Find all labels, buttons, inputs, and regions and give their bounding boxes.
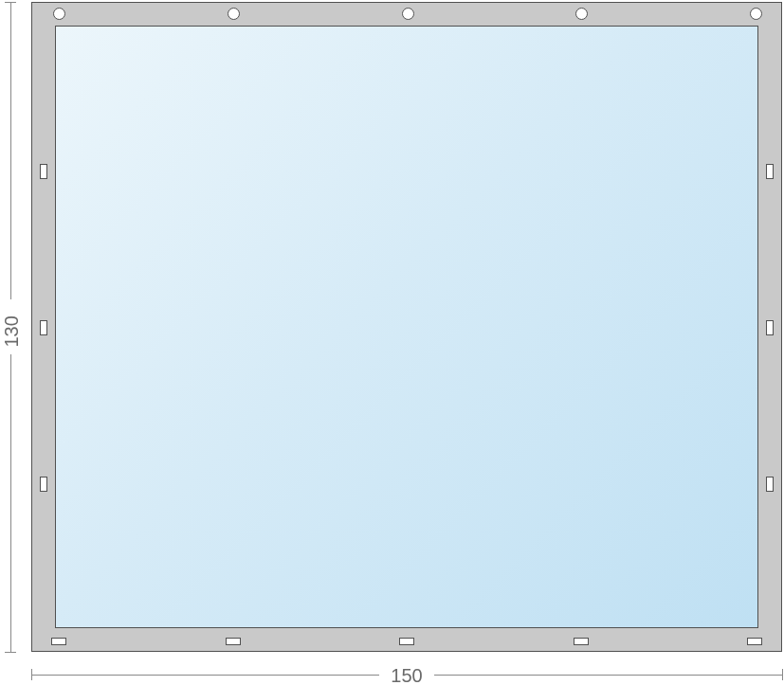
dim-height-tick-bottom (5, 652, 16, 653)
slot-right-2 (766, 320, 774, 335)
grommet-top-3 (402, 8, 414, 20)
tarp-frame (31, 2, 782, 652)
dim-width-line-right (434, 675, 782, 676)
slot-bottom-2 (226, 638, 241, 645)
dim-height-label: 130 (1, 310, 23, 348)
diagram-stage: 150 130 (0, 0, 784, 685)
slot-left-2 (40, 320, 47, 335)
grommet-top-5 (750, 8, 762, 20)
slot-bottom-3 (399, 638, 414, 645)
slot-bottom-4 (574, 638, 589, 645)
slot-right-1 (766, 164, 774, 179)
slot-bottom-1 (51, 638, 66, 645)
dim-height-line-bottom (10, 354, 11, 652)
slot-left-1 (40, 164, 47, 179)
dim-width-tick-right (782, 669, 783, 680)
slot-right-3 (766, 477, 774, 492)
dim-width-label: 150 (379, 665, 434, 685)
slot-left-3 (40, 477, 47, 492)
dim-width-line-left (31, 675, 379, 676)
grommet-top-4 (575, 8, 588, 20)
grommet-top-1 (53, 8, 65, 20)
slot-bottom-5 (747, 638, 762, 645)
dim-height-line-top (10, 2, 11, 299)
grommet-top-2 (228, 8, 240, 20)
tarp-pane (55, 26, 758, 628)
